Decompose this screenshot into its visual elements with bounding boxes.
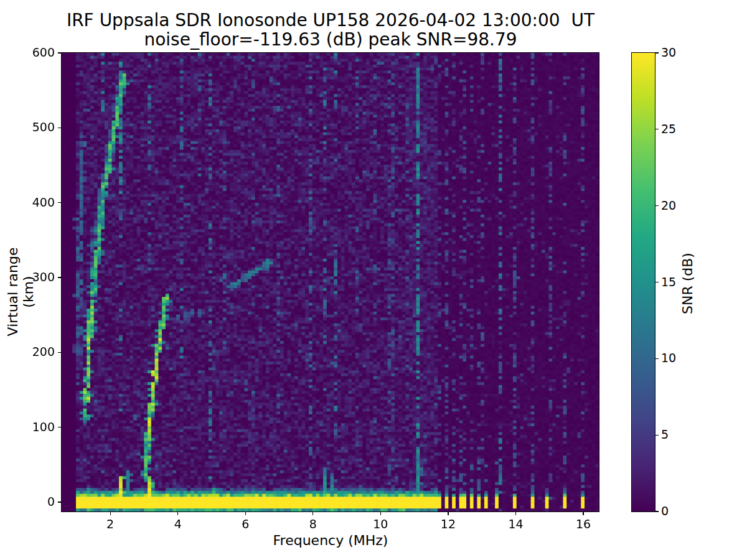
y-tick-label: 200 <box>17 346 55 358</box>
x-tick-label: 14 <box>497 518 534 530</box>
colorbar-tick-mark <box>655 511 659 511</box>
y-tick-label: 0 <box>17 496 55 508</box>
x-tick-mark <box>448 511 448 515</box>
x-tick-label: 4 <box>159 518 197 530</box>
colorbar-tick-mark <box>655 129 659 129</box>
colorbar-tick-label: 15 <box>661 276 692 288</box>
x-tick-label: 6 <box>227 518 264 530</box>
x-tick-mark <box>110 511 111 515</box>
x-tick-mark <box>583 511 583 515</box>
colorbar-tick-label: 10 <box>661 352 692 364</box>
y-tick-label: 300 <box>17 271 55 283</box>
colorbar-tick-mark <box>655 358 659 359</box>
y-tick-mark <box>58 427 62 427</box>
x-tick-label: 10 <box>362 518 399 530</box>
colorbar-tick-mark <box>655 282 659 282</box>
ionogram-figure: { "figure": { "title_line1": "IRF Uppsal… <box>0 0 747 560</box>
y-tick-mark <box>58 277 62 278</box>
y-axis-label: Virtual range (km) <box>5 230 36 354</box>
y-tick-label: 400 <box>17 197 55 208</box>
colorbar-tick-label: 25 <box>661 123 692 135</box>
y-tick-mark <box>58 352 62 353</box>
y-tick-label: 100 <box>17 421 55 433</box>
y-tick-mark <box>58 52 62 53</box>
x-tick-label: 2 <box>92 518 129 530</box>
ionogram-heatmap <box>62 53 599 511</box>
colorbar <box>631 52 655 512</box>
x-tick-mark <box>177 511 178 515</box>
plot-title-line1: IRF Uppsala SDR Ionosonde UP158 2026-04-… <box>62 11 599 30</box>
colorbar-tick-mark <box>655 205 659 206</box>
colorbar-tick-label: 20 <box>661 200 692 212</box>
colorbar-tick-mark <box>655 435 659 436</box>
x-tick-label: 12 <box>430 518 467 530</box>
x-tick-mark <box>515 511 516 515</box>
y-tick-mark <box>58 502 62 502</box>
x-axis-label: Frequency (MHz) <box>62 533 599 548</box>
y-tick-label: 600 <box>17 47 55 58</box>
y-tick-mark <box>58 128 62 128</box>
x-tick-label: 16 <box>565 518 602 530</box>
x-tick-label: 8 <box>294 518 332 530</box>
colorbar-tick-label: 5 <box>661 429 692 441</box>
y-tick-mark <box>58 202 62 203</box>
colorbar-tick-label: 30 <box>661 47 692 58</box>
colorbar-tick-mark <box>655 52 659 53</box>
x-tick-mark <box>312 511 313 515</box>
colorbar-tick-label: 0 <box>661 505 692 517</box>
y-tick-label: 500 <box>17 121 55 133</box>
x-tick-mark <box>380 511 381 515</box>
plot-title-line2: noise_floor=-119.63 (dB) peak SNR=98.79 <box>62 30 599 49</box>
x-tick-mark <box>245 511 246 515</box>
